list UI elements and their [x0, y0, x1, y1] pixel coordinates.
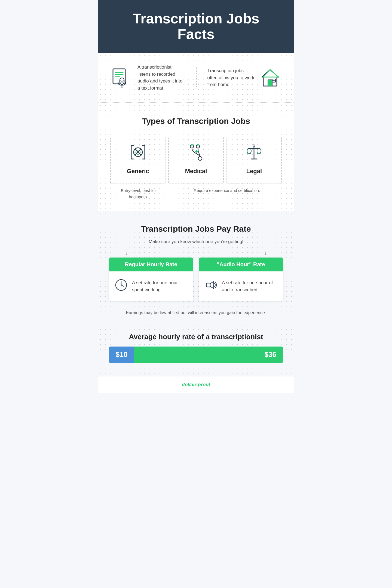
generic-icon [114, 143, 162, 165]
speaker-icon [204, 278, 218, 294]
type-medical: Medical [168, 137, 223, 183]
arrow-right: ↓ [264, 250, 267, 256]
pay-section: Transcription Jobs Pay Rate Make sure yo… [98, 211, 294, 327]
medical-label: Medical [171, 168, 220, 175]
intro-left-text: A transcriptionist listens to recorded a… [137, 64, 185, 91]
audio-rate-body: A set rate for one hour of audio transcr… [199, 271, 283, 301]
pay-subtitle: Make sure you know which one you're gett… [109, 239, 283, 244]
svg-point-30 [253, 145, 255, 147]
footer: dollarsprout [98, 376, 294, 393]
types-title: Types of Transcription Jobs [109, 106, 283, 131]
svg-rect-25 [196, 150, 197, 153]
transcription-icon [112, 68, 132, 88]
svg-point-23 [198, 157, 202, 160]
pay-subtitle-text: Make sure you know which one you're gett… [149, 239, 243, 244]
regular-rate-header: Regular Hourly Rate [109, 258, 193, 271]
brand-name: dollarsprout [182, 382, 210, 387]
regular-rate-body: A set rate for one hour spent working. [109, 271, 193, 301]
legal-icon [230, 143, 278, 165]
medical-legal-desc: Require experience and certification. [171, 188, 283, 200]
intro-divider [196, 67, 197, 88]
generic-desc: Entry-level, best for beginners. [109, 188, 168, 200]
svg-point-27 [197, 144, 199, 146]
svg-point-37 [121, 284, 122, 286]
intro-section: A transcriptionist listens to recorded a… [98, 53, 294, 103]
svg-point-26 [191, 144, 193, 146]
audio-rate-text: A set rate for one hour of audio transcr… [222, 279, 278, 293]
intro-right-text: Transcription jobs often allow you to wo… [207, 67, 255, 88]
types-grid: Generic Medical [109, 137, 283, 183]
house-icon [260, 68, 280, 88]
types-section: Types of Transcription Jobs [98, 103, 294, 211]
arrow-row: ↓ ↓ [109, 250, 283, 256]
pay-note: Earnings may be low at first but will in… [109, 309, 283, 316]
header: Transcription Jobs Facts [98, 0, 294, 53]
clock-icon [114, 278, 128, 294]
arrow-left: ↓ [125, 250, 128, 256]
type-legal: Legal [226, 137, 282, 183]
svg-rect-38 [206, 283, 210, 287]
svg-rect-11 [268, 80, 272, 86]
rate-high: $36 [258, 347, 283, 363]
svg-rect-4 [120, 78, 124, 84]
avg-title: Average hourly rate of a transcriptionis… [109, 333, 283, 341]
audio-rate-header: "Audio Hour" Rate [199, 258, 283, 271]
pay-cards: Regular Hourly Rate A set rate for one h… [109, 258, 283, 301]
regular-rate-text: A set rate for one hour spent working. [132, 279, 188, 293]
rate-bar: $10 ····································… [109, 347, 283, 363]
svg-marker-39 [210, 281, 214, 289]
rate-low: $10 [109, 347, 134, 363]
intro-left: A transcriptionist listens to recorded a… [112, 64, 185, 91]
types-descriptions: Entry-level, best for beginners. Require… [109, 188, 283, 200]
audio-rate-card: "Audio Hour" Rate A set rate for one hou… [199, 258, 283, 301]
page-title: Transcription Jobs Facts [114, 11, 278, 42]
avg-section: Average hourly rate of a transcriptionis… [98, 327, 294, 376]
intro-right: Transcription jobs often allow you to wo… [207, 67, 281, 88]
pay-title: Transcription Jobs Pay Rate [109, 213, 283, 239]
type-generic: Generic [110, 137, 166, 183]
regular-rate-card: Regular Hourly Rate A set rate for one h… [109, 258, 193, 301]
generic-label: Generic [114, 168, 162, 175]
rate-dots-fill: ········································… [134, 353, 258, 357]
medical-icon [171, 143, 220, 165]
legal-label: Legal [230, 168, 278, 175]
